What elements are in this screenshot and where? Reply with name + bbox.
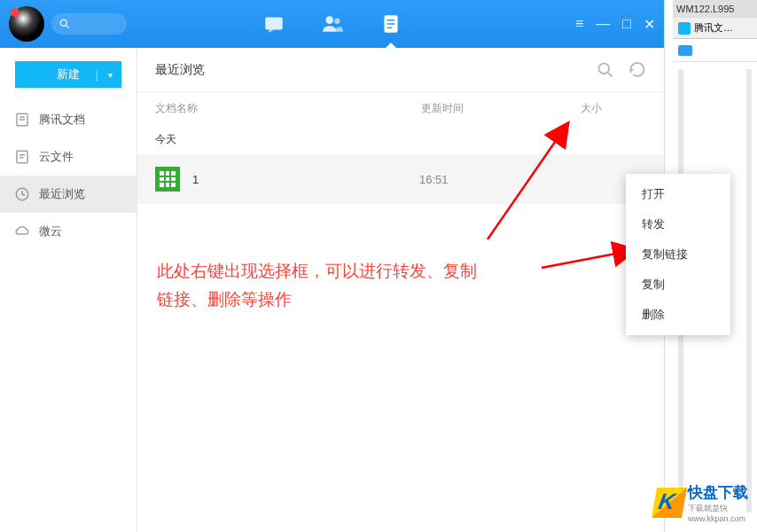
titlebar: ≡ — □ ✕	[0, 0, 664, 48]
refresh-icon[interactable]	[628, 61, 646, 79]
cloud-file-icon	[14, 149, 30, 165]
sidebar-item-tencent-docs[interactable]: 腾讯文档	[0, 101, 137, 138]
file-name: 1	[192, 173, 419, 186]
column-size: 大小	[581, 101, 646, 116]
search-icon[interactable]	[597, 61, 614, 79]
sidebar-item-cloud-files[interactable]: 云文件	[0, 138, 137, 176]
doc-icon	[14, 112, 30, 128]
header-actions	[597, 61, 646, 79]
search-input[interactable]	[51, 13, 127, 35]
svg-line-18	[488, 124, 567, 239]
date-group: 今天	[137, 125, 664, 154]
recent-icon	[14, 186, 30, 202]
svg-point-3	[325, 16, 333, 24]
search-icon	[59, 18, 71, 30]
context-forward[interactable]: 转发	[626, 209, 730, 239]
sidebar-item-label: 腾讯文档	[39, 112, 85, 128]
maximize-icon[interactable]: □	[622, 16, 631, 32]
watermark-url: www.kkpan.com	[688, 514, 748, 523]
sidebar-item-label: 云文件	[39, 149, 74, 165]
column-name: 文档名称	[155, 101, 421, 116]
avatar[interactable]	[9, 6, 44, 42]
watermark-slogan: 下载就是快	[688, 503, 748, 514]
watermark-brand: 快盘下载	[688, 484, 748, 501]
content-header: 最近浏览	[137, 48, 664, 92]
svg-rect-2	[265, 17, 283, 29]
svg-point-4	[334, 19, 340, 25]
weiyun-icon	[14, 223, 30, 239]
close-icon[interactable]: ✕	[644, 16, 655, 33]
context-open[interactable]: 打开	[626, 179, 730, 209]
annotation-arrow	[425, 115, 576, 248]
main-tabs	[261, 12, 403, 36]
page-title: 最近浏览	[155, 62, 205, 78]
strip-app-icon	[678, 45, 692, 56]
svg-line-1	[66, 26, 69, 28]
tab-messages[interactable]	[261, 12, 286, 36]
context-copy-link[interactable]: 复制链接	[626, 239, 730, 270]
annotation-text: 此处右键出现选择框，可以进行转发、复制 链接、删除等操作	[157, 257, 477, 315]
sidebar-item-weiyun[interactable]: 微云	[0, 213, 137, 250]
strip-toolbar	[673, 39, 757, 62]
new-button[interactable]: 新建	[15, 61, 121, 88]
svg-line-17	[608, 73, 612, 76]
strip-tab[interactable]: 腾讯文…	[673, 18, 757, 39]
tab-contacts[interactable]	[320, 12, 345, 36]
column-time: 更新时间	[421, 101, 581, 116]
file-row[interactable]: 1 16:51	[137, 154, 664, 204]
menu-icon[interactable]: ≡	[575, 16, 583, 32]
context-copy[interactable]: 复制	[626, 270, 730, 300]
tab-docs[interactable]	[378, 12, 403, 36]
sidebar: 新建 腾讯文档 云文件 最近浏览 微云	[0, 48, 137, 532]
table-header: 文档名称 更新时间 大小	[137, 92, 664, 125]
strip-title: WM122.L995	[673, 0, 757, 18]
window-controls: ≡ — □ ✕	[575, 16, 655, 33]
minimize-icon[interactable]: —	[596, 16, 610, 32]
watermark-logo	[652, 488, 687, 518]
spreadsheet-icon	[155, 167, 180, 192]
sidebar-item-label: 微云	[39, 223, 62, 239]
sidebar-item-recent[interactable]: 最近浏览	[0, 176, 137, 213]
tencent-doc-icon	[678, 22, 691, 35]
svg-point-16	[599, 63, 610, 74]
svg-point-0	[60, 20, 66, 26]
context-delete[interactable]: 删除	[626, 300, 730, 330]
svg-line-19	[542, 250, 635, 268]
context-menu: 打开 转发 复制链接 复制 删除	[626, 174, 730, 335]
watermark: 快盘下载 下载就是快 www.kkpan.com	[654, 482, 748, 523]
sidebar-item-label: 最近浏览	[39, 186, 85, 202]
